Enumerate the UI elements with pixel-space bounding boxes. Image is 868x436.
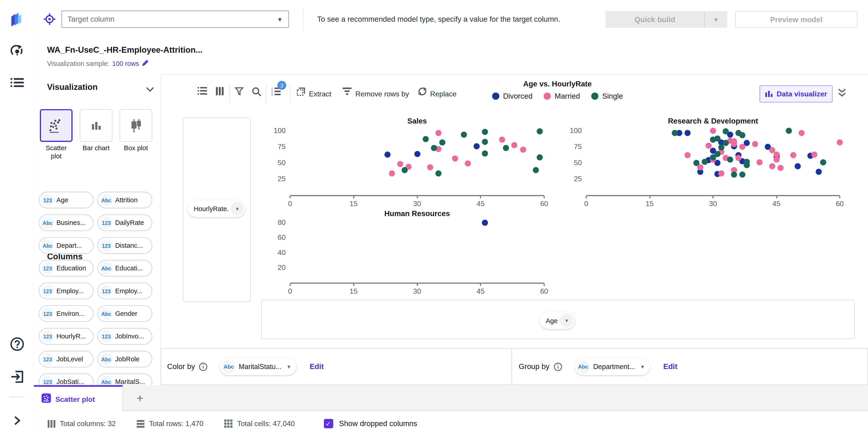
column-chip-hourlyr[interactable]: 123HourlyR... <box>39 328 93 345</box>
chart-type-box-plot[interactable]: Box plot <box>120 109 152 161</box>
view-rows-icon[interactable] <box>197 87 207 97</box>
tab-scatter-plot[interactable]: Scatter plot <box>34 385 123 411</box>
data-point <box>499 137 505 143</box>
quick-build-button[interactable]: Quick build <box>606 11 704 28</box>
legend-item-single: Single <box>591 92 623 100</box>
legend-dot <box>591 92 598 100</box>
x-tick-label: 15 <box>640 200 659 208</box>
filter-icon[interactable] <box>235 87 243 98</box>
column-chip-jobinvo[interactable]: 123JobInvo... <box>97 328 152 345</box>
total-columns-status: Total columns: 32 <box>48 419 116 428</box>
type-badge: Abc <box>222 360 236 373</box>
chart-type-scatter-plot[interactable]: Scatterplot <box>40 109 72 161</box>
subplot-human-resources: Human Resources01530456020406080 <box>290 219 544 283</box>
x-tick-label: 45 <box>471 287 490 295</box>
data-point <box>520 146 526 152</box>
data-point <box>384 152 391 158</box>
column-chip-educati[interactable]: AbcEducati... <box>97 260 152 277</box>
x-axis-selector[interactable]: Age ▼ <box>540 312 575 329</box>
y-axis-selector[interactable]: HourlyRate... ▼ <box>188 200 245 217</box>
data-point <box>685 152 691 158</box>
data-point <box>693 160 699 166</box>
automl-icon[interactable] <box>10 45 24 60</box>
y-tick-label: 100 <box>560 126 582 135</box>
visualization-sidebar: Visualization ScatterplotBar chartBox pl… <box>34 74 161 385</box>
y-tick-label: 75 <box>264 143 286 151</box>
data-point <box>435 129 441 136</box>
data-point <box>740 144 746 150</box>
data-point <box>714 136 720 142</box>
subplot-sales: Sales015304560255075100 <box>290 126 544 195</box>
dataset-list-icon[interactable] <box>10 78 24 90</box>
data-point <box>811 152 817 158</box>
info-icon[interactable] <box>553 362 562 371</box>
color-by-select[interactable]: Abc MaritalStatu... ▼ <box>220 358 296 375</box>
show-dropped-columns-toggle[interactable]: ✓ Show dropped columns <box>324 419 417 428</box>
data-point <box>685 129 691 136</box>
group-by-edit-link[interactable]: Edit <box>663 362 677 371</box>
color-by-edit-link[interactable]: Edit <box>310 362 324 371</box>
data-point <box>427 165 433 171</box>
data-point <box>482 129 488 135</box>
data-point <box>503 145 509 151</box>
chevron-down-icon: ▼ <box>560 314 574 327</box>
column-chip-employ[interactable]: 123Employ... <box>97 283 152 299</box>
column-chip-joblevel[interactable]: 123JobLevel <box>39 351 93 367</box>
column-type-badge: Abc <box>100 353 112 365</box>
column-type-badge: 123 <box>41 330 54 343</box>
data-point <box>414 151 420 157</box>
column-chip-jobrole[interactable]: AbcJobRole <box>97 351 152 367</box>
chart-type-bar-chart[interactable]: Bar chart <box>80 109 112 161</box>
y-tick-label: 100 <box>264 126 286 135</box>
data-point <box>820 159 826 165</box>
subplot-title: Human Resources <box>290 209 544 218</box>
left-rail <box>0 0 34 436</box>
edit-pencil-icon[interactable] <box>142 59 149 68</box>
y-tick-label: 20 <box>264 263 286 271</box>
group-by-select[interactable]: Abc Department... ▼ <box>575 358 650 375</box>
column-chip-environ[interactable]: 123Environ... <box>39 305 93 322</box>
expand-rail-chevron[interactable] <box>13 416 21 428</box>
sample-rows-link[interactable]: 100 rows <box>112 60 139 67</box>
data-point <box>439 139 445 145</box>
data-point <box>482 139 488 145</box>
column-chip-attrition[interactable]: AbcAttrition <box>97 192 152 208</box>
quick-build-dropdown[interactable]: ▼ <box>704 11 727 28</box>
chevron-down-icon[interactable] <box>146 84 154 94</box>
column-chip-busines[interactable]: AbcBusines... <box>39 214 93 231</box>
preview-model-button[interactable]: Preview model <box>735 11 857 28</box>
group-by-panel: Group by Abc Department... ▼ Edit <box>512 348 868 385</box>
app-root: Target column ▼ To see a recommended mod… <box>0 0 868 436</box>
column-chip-maritals[interactable]: AbcMaritalS... <box>97 374 152 385</box>
column-chip-distanc[interactable]: 123Distanc... <box>97 237 152 254</box>
view-columns-icon[interactable] <box>216 87 223 97</box>
data-point <box>727 157 733 163</box>
chart-legend: DivorcedMarriedSingle <box>247 92 868 100</box>
column-chip-depart[interactable]: AbcDepart... <box>39 237 93 254</box>
column-chip-education[interactable]: 123Education <box>39 260 93 277</box>
add-tab-button[interactable]: + <box>129 385 151 411</box>
x-tick-label: 60 <box>830 200 849 208</box>
target-column-select[interactable]: Target column ▼ <box>61 11 289 28</box>
columns-list: 123AgeAbcAttritionAbcBusines...123DailyR… <box>39 192 152 385</box>
checkbox-checked-icon[interactable]: ✓ <box>324 419 333 428</box>
data-point <box>714 151 720 157</box>
data-point <box>482 150 488 156</box>
data-point <box>482 220 488 226</box>
column-type-badge: Abc <box>100 308 112 320</box>
data-point <box>731 172 737 178</box>
column-chip-gender[interactable]: AbcGender <box>97 305 152 322</box>
column-chip-age[interactable]: 123Age <box>39 192 93 208</box>
column-chip-jobsati[interactable]: 123JobSati... <box>39 374 93 385</box>
column-chip-employ[interactable]: 123Employ... <box>39 283 93 299</box>
info-icon[interactable] <box>199 362 208 371</box>
column-chip-dailyrate[interactable]: 123DailyRate <box>97 214 152 231</box>
legend-dot <box>544 92 551 100</box>
data-point <box>731 141 737 147</box>
y-tick-label: 25 <box>560 174 582 183</box>
help-icon[interactable] <box>10 337 24 353</box>
target-icon <box>43 13 56 28</box>
x-tick-label: 30 <box>408 200 427 208</box>
logout-icon[interactable] <box>10 370 24 386</box>
tab-scatter-plot-label: Scatter plot <box>55 395 95 403</box>
